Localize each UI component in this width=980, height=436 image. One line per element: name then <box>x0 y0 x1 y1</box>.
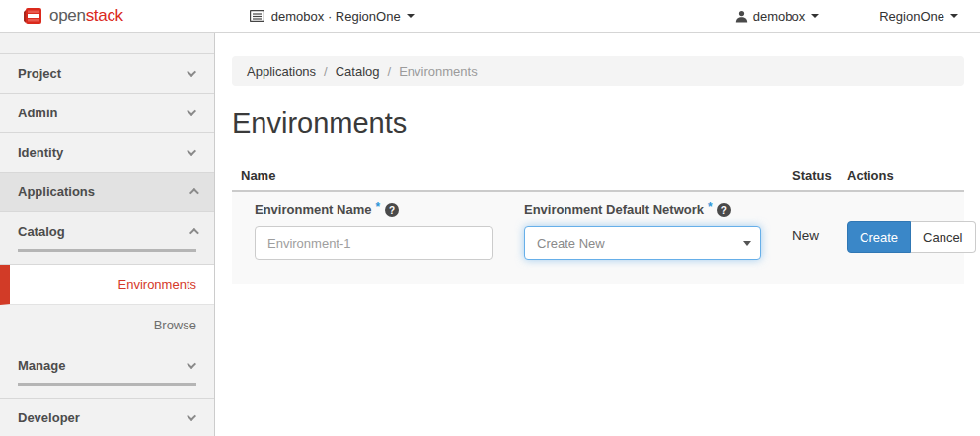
chevron-down-icon <box>950 14 958 18</box>
breadcrumb: Applications / Catalog / Environments <box>232 56 964 86</box>
new-environment-row: Environment Name * ? Environment Default… <box>232 192 964 284</box>
create-button[interactable]: Create <box>847 221 911 253</box>
sidebar-item-label: Applications <box>18 184 95 199</box>
sidebar-catalog-section: Catalog <box>0 212 214 265</box>
logo-text-stack: stack <box>86 6 123 25</box>
sidebar-item-label: Environments <box>118 277 196 292</box>
project-region-switcher[interactable]: demobox · RegionOne <box>250 9 415 24</box>
user-icon <box>735 10 748 23</box>
chevron-down-icon <box>187 67 196 77</box>
chevron-down-icon <box>811 14 819 18</box>
sidebar-item-label: Catalog <box>18 224 65 239</box>
chevron-down-icon <box>187 107 196 116</box>
sidebar-item-admin[interactable]: Admin <box>0 94 214 133</box>
help-icon[interactable]: ? <box>385 203 399 217</box>
region-menu[interactable]: RegionOne <box>874 9 958 24</box>
default-network-select[interactable]: Create New <box>524 226 761 260</box>
page-title: Environments <box>232 108 964 140</box>
table-header: Name Status Actions <box>232 168 964 192</box>
sidebar-top-strip <box>0 33 214 54</box>
chevron-down-icon <box>187 411 196 421</box>
openstack-logo-icon <box>22 7 43 26</box>
breadcrumb-applications[interactable]: Applications <box>247 64 316 79</box>
sidebar-item-project[interactable]: Project <box>0 54 214 94</box>
column-header-name: Name <box>232 168 792 182</box>
sidebar-item-identity[interactable]: Identity <box>0 133 214 173</box>
default-network-label: Environment Default Network <box>524 202 704 217</box>
context-label: demobox · RegionOne <box>271 9 401 24</box>
user-menu-label: demobox <box>753 9 805 24</box>
required-asterisk: * <box>375 200 380 214</box>
environment-name-input[interactable] <box>255 226 493 260</box>
breadcrumb-current: Environments <box>399 64 477 79</box>
breadcrumb-separator: / <box>324 64 328 79</box>
openstack-logo[interactable]: openstack <box>22 6 123 26</box>
sidebar-item-environments[interactable]: Environments <box>0 265 214 305</box>
help-icon[interactable]: ? <box>717 203 731 217</box>
sidebar: Project Admin Identity Applications Cata… <box>0 33 215 436</box>
environment-name-label: Environment Name <box>255 202 371 217</box>
sidebar-item-label: Developer <box>18 410 80 425</box>
sidebar-item-catalog[interactable]: Catalog <box>0 212 214 252</box>
cancel-button[interactable]: Cancel <box>911 221 975 253</box>
sidebar-item-browse[interactable]: Browse <box>0 305 214 344</box>
user-menu[interactable]: demobox <box>735 9 819 24</box>
sidebar-item-label: Browse <box>154 318 196 332</box>
sidebar-item-label: Identity <box>18 145 63 160</box>
environment-name-group: Environment Name * ? <box>255 202 493 260</box>
chevron-down-icon <box>187 146 196 156</box>
required-asterisk: * <box>708 200 713 214</box>
chevron-down-icon <box>407 14 415 18</box>
sidebar-item-label: Project <box>18 66 61 81</box>
sidebar-item-manage[interactable]: Manage <box>0 346 214 386</box>
region-menu-label: RegionOne <box>879 9 944 24</box>
list-icon <box>250 10 264 22</box>
sidebar-item-label: Manage <box>18 358 65 373</box>
breadcrumb-separator: / <box>388 64 392 79</box>
main-content: Applications / Catalog / Environments En… <box>215 33 980 436</box>
sidebar-item-label: Admin <box>18 106 57 120</box>
chevron-up-icon <box>189 228 199 238</box>
column-header-actions: Actions <box>847 168 964 182</box>
sidebar-item-developer[interactable]: Developer <box>0 398 214 436</box>
chevron-up-icon <box>189 188 199 198</box>
default-network-group: Environment Default Network * ? Create N… <box>524 202 761 260</box>
chevron-down-icon <box>187 359 196 369</box>
status-cell: New <box>792 202 847 260</box>
topbar: openstack demobox · RegionOne demobox Re… <box>0 0 980 33</box>
actions-cell: Create Cancel <box>847 202 964 260</box>
sidebar-item-applications[interactable]: Applications <box>0 173 214 212</box>
column-header-status: Status <box>792 168 847 182</box>
logo-text-open: open <box>49 6 86 25</box>
breadcrumb-catalog[interactable]: Catalog <box>336 64 380 79</box>
